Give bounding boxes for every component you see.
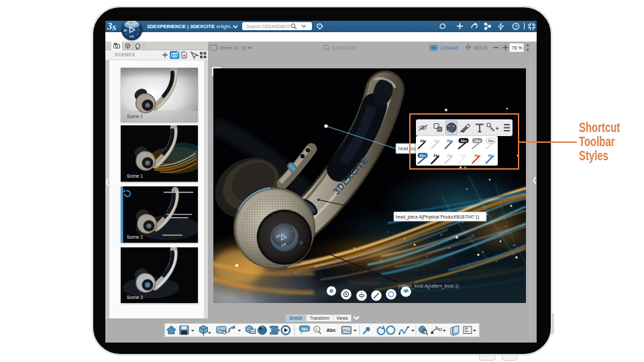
svg-text:Abc: Abc — [326, 327, 335, 333]
svg-text:3DEXPERIENCE | 3DEXCITE xHigh: 3DEXPERIENCE | 3DEXCITE xHighl... — [147, 23, 234, 29]
svg-text:78 %: 78 % — [512, 46, 523, 50]
svg-text:S: S — [112, 23, 116, 32]
svg-text:35mm (4 : 3): 35mm (4 : 3) — [219, 46, 246, 51]
svg-text:Scene 1: Scene 1 — [127, 114, 143, 119]
svg-text:CANVAS: CANVAS — [440, 46, 460, 50]
svg-text:REFRAME: REFRAME — [332, 46, 357, 50]
svg-text:Scene 1: Scene 1 — [127, 174, 143, 178]
svg-text:I: I — [138, 28, 139, 32]
svg-text:Abc: Abc — [301, 327, 308, 331]
svg-text:?: ? — [515, 23, 517, 29]
svg-text:3: 3 — [107, 21, 112, 32]
svg-text:MOVE: MOVE — [474, 46, 488, 50]
svg-text:Search DSSANDBOX -: Search DSSANDBOX - — [246, 24, 293, 29]
svg-text:head_piece A(Physical Product0: head_piece A(Physical Product06187047.1) — [396, 215, 479, 220]
svg-text:1: 1 — [315, 327, 318, 331]
svg-text:IF: IF — [130, 21, 133, 24]
svg-text:Scene 2: Scene 2 — [127, 235, 143, 239]
svg-text:Scene 3: Scene 3 — [127, 295, 143, 300]
svg-text:V.R: V.R — [129, 35, 133, 38]
svg-text:3D: 3D — [123, 29, 127, 32]
